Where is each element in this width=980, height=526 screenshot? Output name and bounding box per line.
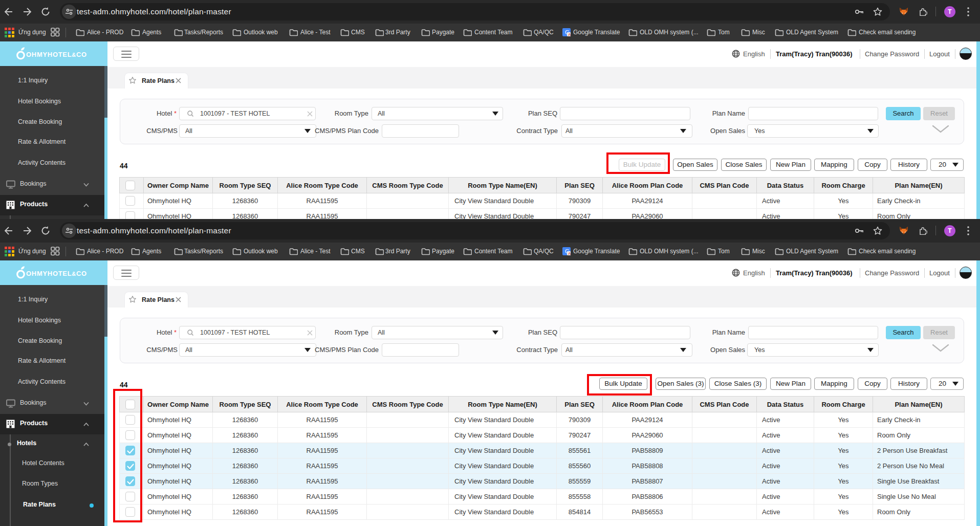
svg-text:A: A bbox=[568, 32, 571, 36]
svg-text:A: A bbox=[568, 251, 571, 255]
